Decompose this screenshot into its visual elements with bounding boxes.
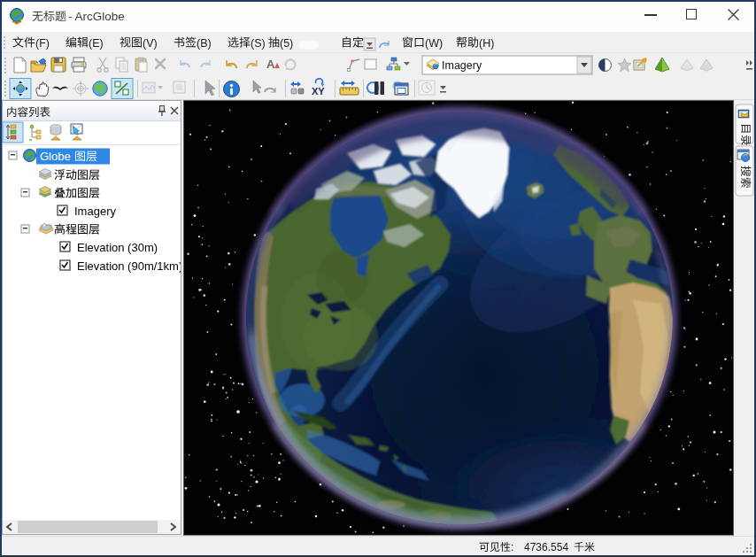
svg-text:(S): (S)	[251, 37, 266, 50]
svg-text:4736.554: 4736.554	[524, 541, 568, 553]
svg-text:(B): (B)	[197, 37, 212, 50]
svg-text:Elevation (30m): Elevation (30m)	[77, 241, 158, 254]
svg-text:(F): (F)	[35, 37, 50, 50]
svg-text:Elevation (90m/1km): Elevation (90m/1km)	[77, 259, 182, 273]
svg-text::: :	[511, 541, 513, 553]
svg-text:(E): (E)	[89, 37, 104, 50]
svg-text:Imagery: Imagery	[74, 205, 116, 218]
svg-text:Globe: Globe	[40, 150, 71, 163]
svg-text:Imagery: Imagery	[442, 59, 482, 72]
svg-text:(W): (W)	[425, 37, 443, 50]
svg-text:(H): (H)	[479, 37, 494, 50]
svg-text:(V): (V)	[143, 37, 158, 50]
svg-text:(5): (5)	[280, 37, 293, 50]
svg-text:- ArcGlobe: - ArcGlobe	[68, 10, 125, 23]
